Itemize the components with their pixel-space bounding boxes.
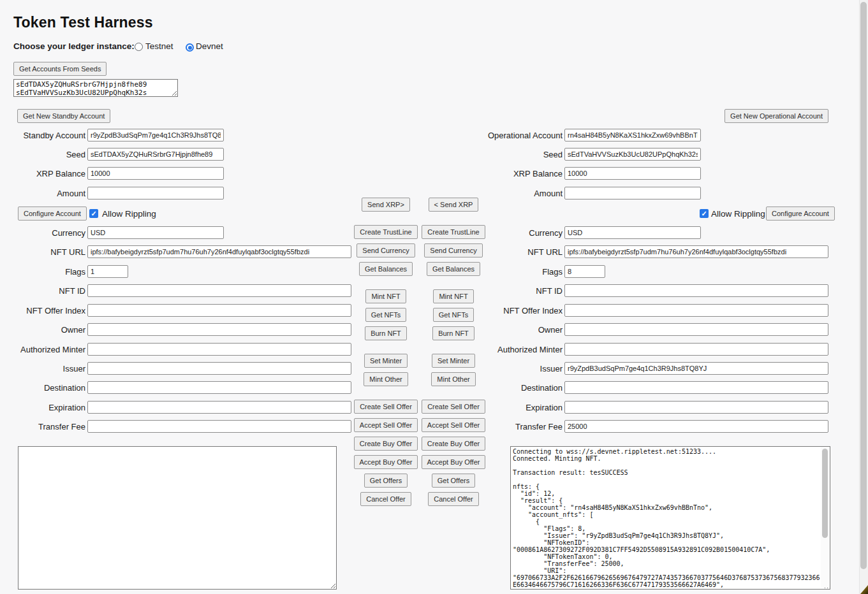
standby-owner-input[interactable] [87,323,351,336]
standby-seed-input[interactable] [87,148,224,161]
standby-allow-rippling-label: Allow Rippling [102,209,156,219]
operational-mint-other-button[interactable]: Mint Other [431,372,475,386]
operational-destination-label: Destination [477,383,563,393]
standby-allow-rippling-checkbox[interactable] [89,209,98,218]
operational-burn-nft-button[interactable]: Burn NFT [432,326,474,340]
operational-seed-label: Seed [477,150,563,159]
operational-results-textarea[interactable]: Connecting to wss://s.devnet.rippletest.… [510,446,830,590]
standby-owner-label: Owner [0,325,85,335]
standby-accept-sell-offer-button[interactable]: Accept Sell Offer [354,418,418,432]
standby-create-trustline-button[interactable]: Create TrustLine [354,225,417,239]
standby-authorized-minter-label: Authorized Minter [0,345,85,354]
standby-mint-nft-button[interactable]: Mint NFT [365,289,406,303]
operational-nft-id-input[interactable] [564,284,828,297]
standby-account-label: Standby Account [0,131,85,140]
standby-send-currency-button[interactable]: Send Currency [357,243,415,257]
operational-destination-input[interactable] [564,381,828,394]
operational-transfer-fee-input[interactable] [564,420,828,433]
operational-get-balances-button[interactable]: Get Balances [427,262,480,276]
operational-flags-label: Flags [477,267,563,277]
standby-accept-buy-offer-button[interactable]: Accept Buy Offer [354,455,418,469]
operational-amount-label: Amount [477,189,563,198]
operational-expiration-label: Expiration [477,403,563,412]
standby-flags-input[interactable] [87,265,128,278]
operational-amount-input[interactable] [564,187,701,199]
operational-nft-offer-index-input[interactable] [564,304,828,317]
standby-nft-offer-index-input[interactable] [87,304,351,317]
standby-results-textarea[interactable] [18,446,337,590]
results-scrollbar-thumb[interactable] [822,449,828,538]
standby-get-nfts-button[interactable]: Get NFTs [365,308,406,322]
standby-cancel-offer-button[interactable]: Cancel Offer [360,492,411,506]
devnet-radio[interactable] [186,43,194,52]
operational-nft-offer-index-label: NFT Offer Index [477,306,563,315]
operational-allow-rippling-checkbox[interactable] [700,209,709,218]
get-new-standby-account-button[interactable]: Get New Standby Account [17,109,110,123]
page-scrollbar-track[interactable] [859,0,868,594]
standby-account-input[interactable] [87,129,224,141]
standby-transfer-fee-label: Transfer Fee [0,422,85,431]
standby-nft-id-input[interactable] [87,284,351,297]
operational-authorized-minter-input[interactable] [564,343,828,356]
devnet-radio-label[interactable]: Devnet [196,41,223,51]
standby-nft-id-label: NFT ID [0,286,85,296]
operational-create-sell-offer-button[interactable]: Create Sell Offer [422,400,485,414]
standby-xrp-balance-input[interactable] [87,167,224,180]
standby-flags-label: Flags [0,267,85,277]
seeds-textarea[interactable]: sEdTDAX5yZQHuRSrbrG7Hjpjn8fhe89 sEdTVaHV… [13,79,178,97]
standby-send-xrp-button[interactable]: Send XRP> [362,198,410,212]
standby-set-minter-button[interactable]: Set Minter [364,354,408,368]
standby-destination-input[interactable] [87,381,351,394]
standby-issuer-input[interactable] [87,362,351,375]
operational-send-xrp-button[interactable]: < Send XRP [429,198,479,212]
standby-nft-offer-index-label: NFT Offer Index [0,306,85,315]
standby-create-sell-offer-button[interactable]: Create Sell Offer [354,400,418,414]
standby-authorized-minter-input[interactable] [87,343,351,356]
get-accounts-from-seeds-button[interactable]: Get Accounts From Seeds [13,62,107,76]
operational-currency-input[interactable] [564,226,701,239]
standby-transfer-fee-input[interactable] [87,420,351,433]
operational-owner-input[interactable] [564,323,828,336]
operational-cancel-offer-button[interactable]: Cancel Offer [428,492,479,506]
operational-create-trustline-button[interactable]: Create TrustLine [422,225,485,239]
operational-xrp-balance-label: XRP Balance [477,169,563,178]
operational-get-offers-button[interactable]: Get Offers [432,474,476,488]
standby-nft-url-input[interactable] [87,245,351,258]
operational-flags-input[interactable] [564,265,605,278]
standby-create-buy-offer-button[interactable]: Create Buy Offer [354,437,418,451]
operational-issuer-label: Issuer [477,364,563,373]
standby-amount-input[interactable] [87,187,224,199]
get-new-operational-account-button[interactable]: Get New Operational Account [725,109,828,123]
operational-accept-sell-offer-button[interactable]: Accept Sell Offer [422,418,485,432]
operational-accept-buy-offer-button[interactable]: Accept Buy Offer [422,455,486,469]
operational-mint-nft-button[interactable]: Mint NFT [433,289,473,303]
standby-get-balances-button[interactable]: Get Balances [359,262,413,276]
operational-nft-url-input[interactable] [564,245,828,258]
operational-xrp-balance-input[interactable] [564,167,701,180]
page-scrollbar-thumb[interactable] [860,2,867,569]
operational-issuer-input[interactable] [564,362,828,375]
testnet-radio-label[interactable]: Testnet [145,41,173,51]
operational-send-currency-button[interactable]: Send Currency [424,243,482,257]
standby-configure-account-button[interactable]: Configure Account [18,206,87,221]
standby-expiration-input[interactable] [87,401,351,414]
operational-account-input[interactable] [564,129,701,141]
operational-nft-id-label: NFT ID [477,286,563,296]
operational-get-nfts-button[interactable]: Get NFTs [433,308,474,322]
operational-create-buy-offer-button[interactable]: Create Buy Offer [422,437,485,451]
standby-get-offers-button[interactable]: Get Offers [364,474,408,488]
operational-transfer-fee-label: Transfer Fee [477,422,563,431]
operational-authorized-minter-label: Authorized Minter [477,345,563,354]
operational-configure-account-button[interactable]: Configure Account [766,206,835,221]
operational-seed-input[interactable] [564,148,701,161]
testnet-radio[interactable] [135,43,143,51]
standby-burn-nft-button[interactable]: Burn NFT [365,326,407,340]
standby-currency-label: Currency [0,228,85,238]
standby-currency-input[interactable] [87,226,224,239]
token-test-harness-page: { "header": { "title": "Token Test Harne… [0,0,868,594]
operational-owner-label: Owner [477,325,563,335]
operational-set-minter-button[interactable]: Set Minter [432,354,475,368]
operational-expiration-input[interactable] [564,401,828,414]
standby-mint-other-button[interactable]: Mint Other [364,372,408,386]
standby-issuer-label: Issuer [0,364,85,373]
